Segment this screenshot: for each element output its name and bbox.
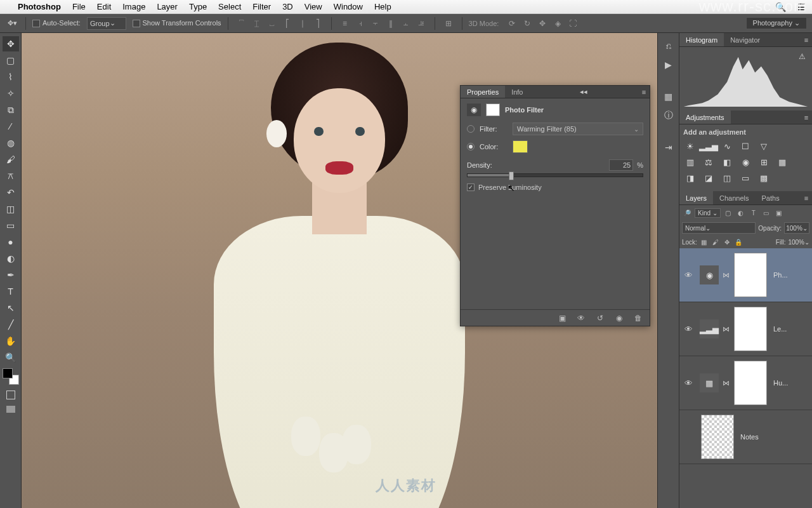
line-tool[interactable]: ╱	[3, 317, 19, 332]
layer-name[interactable]: Le...	[771, 325, 812, 333]
color-balance-icon[interactable]: ⚖	[702, 156, 716, 168]
layer-visibility-icon[interactable]: 👁	[679, 324, 697, 334]
layer-adjustment-thumb[interactable]: ▂▃▅	[700, 319, 719, 338]
filter-dropdown[interactable]: Warming Filter (85)	[513, 123, 643, 135]
opacity-input[interactable]: 100%⌄	[784, 222, 809, 234]
reset-icon[interactable]: ↺	[594, 314, 606, 323]
app-name[interactable]: Photoshop	[18, 2, 61, 11]
move-tool[interactable]: ✥	[3, 36, 19, 51]
layer-adjustment-thumb[interactable]: ▦	[700, 373, 719, 392]
layer-visibility-icon[interactable]: 👁	[679, 271, 697, 280]
photo-filter-icon[interactable]: ◉	[738, 156, 752, 168]
eyedropper-tool[interactable]: ⁄	[3, 119, 19, 134]
filter-shape-icon[interactable]: ▭	[761, 208, 771, 218]
panel-collapse-icon[interactable]: ◂◂	[578, 86, 589, 98]
color-lookup-icon[interactable]: ▦	[775, 156, 789, 168]
clone-stamp-tool[interactable]: ⚻	[3, 168, 19, 184]
menu-image[interactable]: Image	[122, 2, 145, 11]
show-transform-checkbox[interactable]: Show Transform Controls	[133, 19, 221, 27]
auto-select-dropdown[interactable]: Group ⌄	[87, 17, 126, 30]
color-radio[interactable]	[467, 143, 475, 150]
brush-tool[interactable]: 🖌	[3, 152, 19, 167]
tab-histogram[interactable]: Histogram	[679, 33, 724, 46]
dist-bot-icon[interactable]: ⫟	[369, 17, 383, 30]
filter-pixel-icon[interactable]: ▢	[723, 208, 733, 218]
tab-navigator[interactable]: Navigator	[724, 33, 766, 46]
slider-handle[interactable]	[509, 171, 514, 180]
layer-visibility-icon[interactable]: 👁	[679, 378, 697, 388]
crop-tool[interactable]: ⧉	[3, 102, 19, 117]
align-hcenter-icon[interactable]: ∣	[296, 17, 310, 30]
screen-mode-button[interactable]	[3, 403, 19, 415]
toggle-visibility-icon[interactable]: ◉	[613, 314, 625, 323]
pen-tool[interactable]: ✒	[3, 267, 19, 283]
mask-thumb-icon[interactable]	[486, 104, 500, 116]
threshold-icon[interactable]: ◫	[720, 171, 734, 184]
histogram-warning-icon[interactable]: ⚠	[799, 52, 806, 61]
path-select-tool[interactable]: ↖	[3, 300, 19, 316]
pan-icon[interactable]: ✥	[535, 17, 549, 30]
history-brush-tool[interactable]: ↶	[3, 185, 19, 200]
layer-link-icon[interactable]: ⋈	[721, 271, 730, 279]
type-tool[interactable]: T	[3, 284, 19, 299]
layer-row[interactable]: 👁◉⋈Ph...	[679, 248, 812, 302]
lock-all-icon[interactable]: 🔒	[734, 237, 743, 246]
workspace-switcher[interactable]: Photography ⌄	[746, 17, 807, 29]
properties-panel[interactable]: Properties Info ◂◂ ≡ ◉ Photo Filter Filt…	[460, 85, 650, 326]
quick-mask-button[interactable]	[3, 389, 19, 401]
tab-properties[interactable]: Properties	[461, 86, 505, 98]
layer-name[interactable]: Hu...	[771, 379, 812, 387]
lock-position-icon[interactable]: ✥	[723, 237, 731, 246]
slide-icon[interactable]: ◈	[551, 17, 565, 30]
align-left-icon[interactable]: ⎡	[280, 17, 294, 30]
panel-menu-icon[interactable]: ≡	[638, 86, 650, 98]
arrange-panel-icon[interactable]: ⇥	[660, 140, 677, 155]
posterize-icon[interactable]: ◪	[702, 171, 716, 184]
panel-menu-icon[interactable]: ≡	[801, 33, 812, 46]
filter-search-icon[interactable]: 🔎	[682, 208, 692, 218]
tab-paths[interactable]: Paths	[756, 191, 786, 204]
gradient-map-icon[interactable]: ▭	[738, 171, 752, 184]
layer-mask-thumb[interactable]	[734, 361, 767, 405]
photo-filter-adj-icon[interactable]: ◉	[467, 104, 481, 116]
menu-layer[interactable]: Layer	[157, 2, 178, 11]
menu-window[interactable]: Window	[334, 2, 363, 11]
menu-3d[interactable]: 3D	[282, 2, 293, 11]
layer-row[interactable]: Notes	[679, 410, 812, 464]
layer-name[interactable]: Ph...	[771, 271, 812, 279]
swatches-panel-icon[interactable]: ▦	[660, 89, 677, 104]
align-right-icon[interactable]: ⎤	[311, 17, 325, 30]
gradient-tool[interactable]: ▭	[3, 218, 19, 233]
healing-brush-tool[interactable]: ◍	[3, 135, 19, 150]
eraser-tool[interactable]: ◫	[3, 201, 19, 217]
dodge-tool[interactable]: ◐	[3, 251, 19, 266]
filter-radio[interactable]	[467, 125, 475, 133]
layer-row[interactable]: 👁▦⋈Hu...	[679, 356, 812, 410]
layer-mask-thumb[interactable]	[734, 253, 767, 297]
align-bottom-icon[interactable]: ⎵	[265, 17, 279, 30]
exposure-icon[interactable]: ☐	[738, 140, 752, 152]
dist-left-icon[interactable]: ‖	[384, 17, 398, 30]
auto-align-icon[interactable]: ⊞	[442, 17, 455, 30]
lock-image-icon[interactable]: 🖌	[711, 237, 720, 246]
clip-to-layer-icon[interactable]: ▣	[556, 314, 568, 323]
color-swatches[interactable]	[3, 368, 19, 385]
panel-menu-icon[interactable]: ≡	[801, 191, 812, 204]
filter-adjustment-icon[interactable]: ◐	[736, 208, 746, 218]
layer-mask-thumb[interactable]	[734, 307, 767, 351]
bw-icon[interactable]: ◧	[720, 156, 734, 168]
info-panel-icon[interactable]: ⓘ	[660, 108, 677, 123]
brightness-contrast-icon[interactable]: ☀	[683, 140, 697, 152]
menu-edit[interactable]: Edit	[97, 2, 111, 11]
density-input[interactable]: 25	[609, 159, 633, 171]
orbit-icon[interactable]: ⟳	[505, 17, 519, 30]
menu-view[interactable]: View	[304, 2, 322, 11]
hue-saturation-icon[interactable]: ▥	[683, 156, 697, 168]
dist-hc-icon[interactable]: ⫠	[399, 17, 413, 30]
invert-icon[interactable]: ◨	[683, 171, 697, 184]
levels-icon[interactable]: ▂▃▅	[702, 140, 716, 152]
menu-help[interactable]: Help	[374, 2, 391, 11]
layer-row[interactable]: 👁▂▃▅⋈Le...	[679, 302, 812, 356]
panel-menu-icon[interactable]: ≡	[801, 110, 812, 124]
density-slider[interactable]	[467, 173, 643, 177]
